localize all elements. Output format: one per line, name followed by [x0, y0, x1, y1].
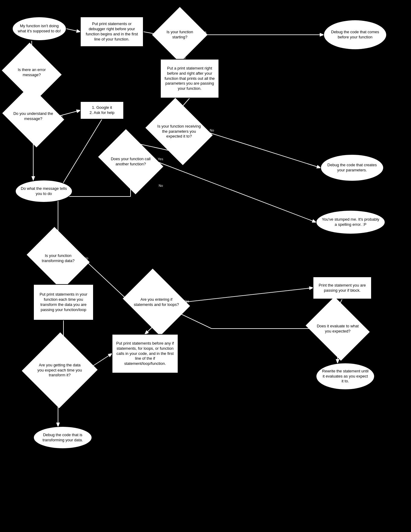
svg-line-11 — [60, 119, 102, 187]
start-oval: My function isn't doing what it's suppos… — [12, 17, 66, 41]
oval-debug-transform: Debug the code that is transforming your… — [33, 426, 92, 449]
svg-line-19 — [183, 288, 313, 302]
rect-print-transform: Put print statements in your function ea… — [33, 284, 94, 320]
rect-print-statements: Put print statements before any if state… — [112, 334, 178, 373]
label-no-receiving: No — [210, 128, 214, 132]
svg-line-0 — [66, 29, 80, 32]
label-no-calls: No — [159, 184, 163, 187]
diamond-entering-if: Are you entering if statements and for l… — [123, 269, 190, 336]
diamond-transforming: Is your function transforming data? — [27, 227, 90, 290]
diamond-starting: Is your function starting? — [152, 7, 208, 63]
svg-line-9 — [206, 131, 320, 168]
oval-rewrite: Rewrite the statement until it evaluates… — [316, 363, 375, 390]
label-yes-calls: Yes — [158, 157, 163, 161]
oval-debug-before: Debug the code that comes before your fu… — [323, 20, 387, 50]
diamond-evaluate: Does it evaluate to what you expected? — [306, 297, 370, 361]
diamond-getting-data: Are you getting the data you expect each… — [22, 332, 98, 408]
rect-print-before: Put print statements or debugger right b… — [80, 17, 144, 47]
svg-line-15 — [157, 162, 316, 222]
rect-print-if: Print the statement you are passing your… — [313, 277, 372, 299]
oval-do-message: Do what the message tells you to do — [15, 180, 73, 203]
oval-debug-params: Debug the code that creates your paramet… — [320, 154, 384, 181]
rect-google: 1. Google it 2. Ask for help — [80, 101, 124, 119]
rect-print-params: Put a print statement right before and r… — [160, 59, 219, 98]
diamond-understand: Do you understand the message? — [2, 85, 64, 147]
oval-stumped: You've stumped me. It's probably a spell… — [316, 210, 385, 234]
